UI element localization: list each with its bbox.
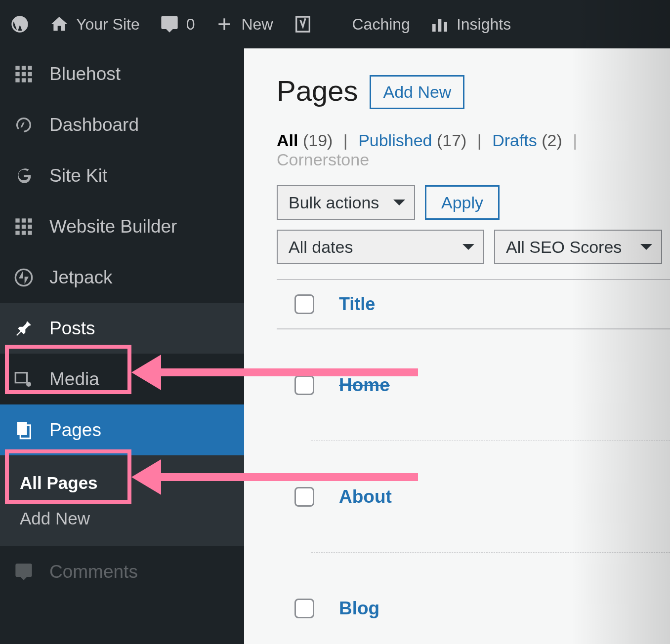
page-title-link[interactable]: About bbox=[339, 486, 392, 507]
all-seo-select[interactable]: All SEO Scores bbox=[494, 230, 662, 264]
comment-count: 0 bbox=[186, 15, 195, 34]
svg-rect-22 bbox=[15, 372, 27, 382]
row-checkbox[interactable] bbox=[294, 375, 314, 395]
sidebar-item-label: Posts bbox=[49, 318, 95, 339]
media-icon bbox=[14, 369, 34, 389]
sidebar-item-label: Site Kit bbox=[49, 165, 107, 186]
sidebar-item-label: Pages bbox=[49, 420, 101, 441]
select-all-checkbox[interactable] bbox=[294, 294, 314, 314]
bar-chart-icon bbox=[430, 14, 450, 34]
table-header-row: Title bbox=[277, 280, 670, 329]
svg-rect-12 bbox=[15, 218, 19, 222]
sidebar-item-label: Comments bbox=[49, 562, 138, 582]
site-link[interactable]: Your Site bbox=[49, 14, 140, 34]
filter-all[interactable]: All (19) bbox=[277, 131, 333, 150]
svg-rect-19 bbox=[22, 231, 26, 235]
svg-rect-6 bbox=[15, 72, 19, 76]
svg-rect-18 bbox=[15, 231, 19, 235]
column-title[interactable]: Title bbox=[339, 294, 375, 315]
filter-row-2: All dates All SEO Scores bbox=[277, 230, 670, 264]
svg-rect-24 bbox=[17, 422, 27, 435]
svg-rect-11 bbox=[28, 78, 32, 82]
page-heading: Pages Add New bbox=[277, 72, 670, 109]
submenu-item-all-pages[interactable]: All Pages bbox=[0, 465, 244, 501]
svg-rect-4 bbox=[22, 66, 26, 70]
svg-rect-9 bbox=[15, 78, 19, 82]
sidebar-item-pages[interactable]: Pages bbox=[0, 404, 244, 455]
sidebar-item-label: Website Builder bbox=[49, 216, 177, 237]
sidebar-item-comments[interactable]: Comments bbox=[0, 546, 244, 597]
insights-label: Insights bbox=[457, 15, 511, 34]
insights-link[interactable]: Insights bbox=[430, 14, 511, 34]
svg-rect-10 bbox=[22, 78, 26, 82]
svg-rect-13 bbox=[22, 218, 26, 222]
yoast-link[interactable] bbox=[293, 14, 313, 34]
svg-rect-1 bbox=[438, 19, 442, 32]
site-name: Your Site bbox=[76, 15, 140, 34]
svg-rect-0 bbox=[432, 24, 436, 32]
add-new-button[interactable]: Add New bbox=[370, 75, 464, 109]
all-dates-select[interactable]: All dates bbox=[277, 230, 484, 264]
svg-rect-3 bbox=[15, 66, 19, 70]
svg-rect-16 bbox=[22, 224, 26, 228]
comment-icon bbox=[14, 562, 34, 582]
yoast-icon bbox=[293, 14, 313, 34]
plus-icon bbox=[214, 14, 234, 34]
sidebar-item-bluehost[interactable]: Bluehost bbox=[0, 48, 244, 99]
dashboard-icon bbox=[14, 115, 34, 135]
pin-icon bbox=[14, 319, 34, 338]
page-title-link[interactable]: Blog bbox=[339, 598, 379, 619]
filter-drafts[interactable]: Drafts (2) bbox=[492, 131, 562, 150]
svg-rect-14 bbox=[28, 218, 32, 222]
wp-logo[interactable] bbox=[10, 14, 30, 34]
wordpress-icon bbox=[10, 14, 30, 34]
grid-icon bbox=[14, 217, 34, 237]
svg-rect-17 bbox=[28, 224, 32, 228]
main-content: Pages Add New All (19) | Published (17) … bbox=[244, 48, 670, 644]
home-icon bbox=[49, 14, 69, 34]
table-row[interactable]: Blog bbox=[277, 553, 670, 644]
page-title-link[interactable]: Home bbox=[339, 375, 390, 396]
svg-point-23 bbox=[26, 382, 31, 387]
svg-rect-8 bbox=[28, 72, 32, 76]
page-title: Pages bbox=[277, 74, 358, 107]
sidebar-item-sitekit[interactable]: Site Kit bbox=[0, 150, 244, 201]
sidebar-item-jetpack[interactable]: Jetpack bbox=[0, 252, 244, 303]
svg-rect-5 bbox=[28, 66, 32, 70]
sidebar-item-dashboard[interactable]: Dashboard bbox=[0, 99, 244, 150]
sidebar-submenu-pages: All Pages Add New bbox=[0, 455, 244, 546]
svg-rect-20 bbox=[28, 231, 32, 235]
grid-icon bbox=[14, 64, 34, 84]
new-label: New bbox=[241, 15, 273, 34]
table-row[interactable]: Home bbox=[277, 329, 670, 441]
admin-sidebar: Bluehost Dashboard Site Kit Website Buil… bbox=[0, 48, 244, 644]
apply-button[interactable]: Apply bbox=[425, 185, 500, 220]
jetpack-icon bbox=[14, 268, 34, 287]
filter-published[interactable]: Published (17) bbox=[358, 131, 466, 150]
table-row[interactable]: About bbox=[277, 441, 670, 553]
sidebar-item-posts[interactable]: Posts bbox=[0, 303, 244, 354]
admin-bar: Your Site 0 New Caching Insights bbox=[0, 0, 670, 48]
svg-rect-2 bbox=[444, 22, 447, 32]
sidebar-item-label: Media bbox=[49, 369, 99, 390]
pages-table: Title Home About Blog bbox=[277, 279, 670, 644]
new-content[interactable]: New bbox=[214, 14, 273, 34]
google-g-icon bbox=[14, 166, 34, 186]
row-checkbox[interactable] bbox=[294, 599, 314, 618]
comments-link[interactable]: 0 bbox=[160, 14, 195, 34]
sidebar-item-websitebuilder[interactable]: Website Builder bbox=[0, 201, 244, 252]
filter-cornerstone[interactable]: Cornerstone bbox=[277, 150, 369, 169]
row-checkbox[interactable] bbox=[294, 487, 314, 507]
sidebar-item-label: Bluehost bbox=[49, 64, 121, 84]
caching-label: Caching bbox=[352, 15, 410, 34]
submenu-item-add-new[interactable]: Add New bbox=[0, 501, 244, 536]
bulk-actions-select[interactable]: Bulk actions bbox=[277, 185, 415, 220]
sidebar-item-media[interactable]: Media bbox=[0, 354, 244, 404]
caching-link[interactable]: Caching bbox=[352, 15, 410, 34]
sidebar-item-label: Dashboard bbox=[49, 115, 139, 135]
bulk-action-row: Bulk actions Apply bbox=[277, 185, 670, 220]
comment-icon bbox=[160, 14, 179, 34]
svg-point-21 bbox=[15, 269, 32, 285]
filter-links: All (19) | Published (17) | Drafts (2) |… bbox=[277, 131, 670, 169]
sidebar-item-label: Jetpack bbox=[49, 267, 113, 288]
